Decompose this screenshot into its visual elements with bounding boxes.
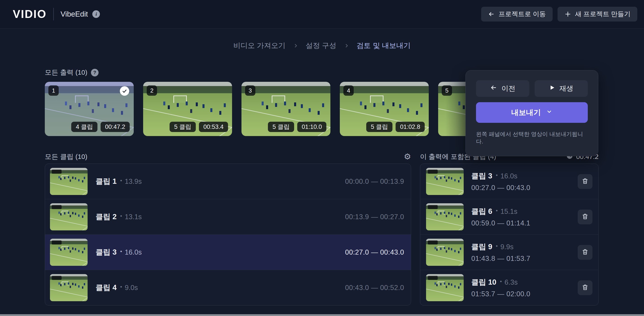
clip-name: 클립 6 — [471, 206, 492, 216]
duration-badge: 01:10.0 — [297, 122, 326, 132]
all-clips-column: 모든 클립 (10) ⚙ 클립 1 • 13.9s 00:00.0 — 00:1… — [45, 152, 411, 305]
clip-count-badge: 5 클립 — [268, 122, 294, 132]
outputs-title: 모든 출력 (10) — [45, 68, 87, 77]
timestamp-chip — [428, 276, 438, 280]
top-bar: VIDIO VibeEdit i 프로젝트로 이동 새 프로젝트 만들기 — [0, 0, 644, 29]
timestamp-chip — [428, 240, 438, 244]
previous-button[interactable]: 이전 — [476, 80, 529, 97]
bullet-separator: • — [496, 207, 498, 214]
clip-duration: 13.9s — [125, 177, 142, 186]
clip-count-badge: 5 클립 — [170, 122, 196, 132]
clip-row-1[interactable]: 클립 1 • 13.9s 00:00.0 — 00:13.9 — [45, 164, 411, 199]
step-import-video[interactable]: 비디오 가져오기 — [234, 41, 286, 51]
step-configure-settings[interactable]: 설정 구성 — [306, 41, 336, 51]
output-thumbnail-2[interactable]: 2 5 클립 00:53.4 — [143, 82, 232, 136]
timestamp-chip — [52, 276, 62, 280]
delete-clip-button[interactable] — [578, 280, 592, 295]
output-clips-column: 이 출력에 포함된 클립 (4) 00:47.2 클립 3 • 16. — [420, 152, 598, 305]
clip-duration: 9.0s — [125, 284, 138, 292]
output-thumbnail-4[interactable]: 4 5 클립 01:02.8 — [340, 82, 429, 136]
clip-duration: 16.0s — [500, 172, 518, 180]
export-button[interactable]: 내보내기 — [476, 102, 588, 123]
clip-thumbnail — [426, 203, 464, 230]
info-icon[interactable]: i — [92, 10, 100, 18]
clip-duration: 9.9s — [500, 243, 514, 251]
bullet-separator: • — [120, 248, 122, 255]
clip-name: 클립 10 — [471, 277, 496, 287]
trash-icon — [582, 177, 589, 186]
output-number-badge: 2 — [147, 85, 157, 96]
bullet-separator: • — [120, 177, 122, 184]
bullet-separator: • — [120, 284, 122, 290]
clip-row-2[interactable]: 클립 2 • 13.1s 00:13.9 — 00:27.0 — [45, 199, 411, 235]
trash-icon — [582, 248, 589, 256]
clip-duration: 15.1s — [500, 207, 518, 216]
bullet-separator: • — [496, 243, 498, 249]
previous-label: 이전 — [502, 84, 516, 93]
clip-thumbnail — [426, 239, 464, 266]
clip-time-range: 00:59.0 — 01:14.1 — [471, 219, 530, 227]
trash-icon — [582, 213, 589, 221]
clip-time-range: 01:53.7 — 02:00.0 — [471, 290, 530, 298]
bullet-separator: • — [120, 213, 122, 219]
clip-duration: 6.3s — [504, 278, 518, 286]
clip-thumbnail — [50, 239, 88, 266]
go-to-projects-button[interactable]: 프로젝트로 이동 — [481, 7, 552, 22]
output-thumbnail-3[interactable]: 3 5 클립 01:10.0 — [242, 82, 330, 136]
delete-clip-button[interactable] — [578, 174, 592, 189]
chevron-down-icon — [546, 108, 552, 117]
timestamp-chip — [52, 240, 62, 244]
output-thumbnail-1[interactable]: 1 4 클립 00:47.2 — [45, 82, 134, 136]
play-label: 재생 — [559, 84, 573, 93]
output-number-badge: 4 — [344, 85, 354, 96]
clip-thumbnail — [50, 203, 88, 230]
output-clip-row-3[interactable]: 클립 9 • 9.9s 01:43.8 — 01:53.7 — [420, 235, 598, 270]
output-number-badge: 1 — [48, 85, 59, 96]
clip-lists: 모든 클립 (10) ⚙ 클립 1 • 13.9s 00:00.0 — 00:1… — [45, 152, 598, 305]
chevron-right-icon — [293, 42, 298, 50]
gear-icon[interactable]: ⚙ — [404, 153, 411, 161]
clip-time-range: 00:13.9 — 00:27.0 — [345, 213, 404, 221]
output-clip-row-1[interactable]: 클립 3 • 16.0s 00:27.0 — 00:43.0 — [420, 164, 598, 199]
clip-time-range: 00:43.0 — 00:52.0 — [345, 284, 404, 292]
play-icon — [549, 85, 555, 93]
clip-row-3-selected[interactable]: 클립 3 • 16.0s 00:27.0 — 00:43.0 — [45, 235, 411, 270]
new-project-button[interactable]: 새 프로젝트 만들기 — [558, 7, 637, 22]
go-to-projects-label: 프로젝트로 이동 — [498, 10, 546, 19]
vidio-logo: VIDIO — [13, 8, 46, 21]
clip-duration: 13.1s — [125, 213, 142, 221]
clip-time-range: 01:43.8 — 01:53.7 — [471, 255, 530, 263]
delete-clip-button[interactable] — [578, 245, 592, 260]
clip-name: 클립 2 — [96, 212, 117, 222]
timestamp-chip — [52, 170, 62, 174]
delete-clip-button[interactable] — [578, 210, 592, 224]
clip-count-badge: 4 클립 — [71, 122, 98, 132]
output-clip-row-2[interactable]: 클립 6 • 15.1s 00:59.0 — 01:14.1 — [420, 199, 598, 235]
help-icon[interactable]: ? — [91, 69, 98, 76]
breadcrumb: 비디오 가져오기 설정 구성 검토 및 내보내기 — [0, 41, 644, 51]
check-icon[interactable] — [120, 86, 129, 96]
step-review-export[interactable]: 검토 및 내보내기 — [356, 41, 411, 51]
output-clip-row-4[interactable]: 클립 10 • 6.3s 01:53.7 — 02:00.0 — [420, 270, 598, 305]
duration-badge: 00:53.4 — [199, 122, 228, 132]
clip-duration: 16.0s — [125, 248, 142, 256]
clip-name: 클립 4 — [96, 283, 117, 293]
clip-row-4[interactable]: 클립 4 • 9.0s 00:43.0 — 00:52.0 — [45, 270, 411, 305]
arrow-left-icon — [488, 11, 495, 18]
clip-name: 클립 1 — [96, 176, 117, 186]
clip-thumbnail — [50, 168, 88, 195]
clip-thumbnail — [50, 274, 88, 301]
horizontal-scrollbar[interactable] — [0, 314, 644, 316]
output-number-badge: 3 — [245, 85, 255, 96]
clip-name: 클립 3 — [96, 247, 117, 257]
clip-name: 클립 3 — [471, 171, 492, 181]
clip-count-badge: 5 클립 — [366, 122, 392, 132]
new-project-label: 새 프로젝트 만들기 — [575, 10, 630, 19]
plus-icon — [564, 11, 572, 18]
timestamp-chip — [428, 170, 438, 174]
play-button[interactable]: 재생 — [535, 80, 588, 97]
clip-thumbnail — [426, 274, 464, 301]
all-clips-title: 모든 클립 (10) — [45, 152, 87, 161]
export-panel: 이전 재생 내보내기 왼쪽 패널에서 선택한 영상이 내보내기됩니다. — [466, 70, 598, 156]
arrow-left-icon — [490, 84, 498, 93]
